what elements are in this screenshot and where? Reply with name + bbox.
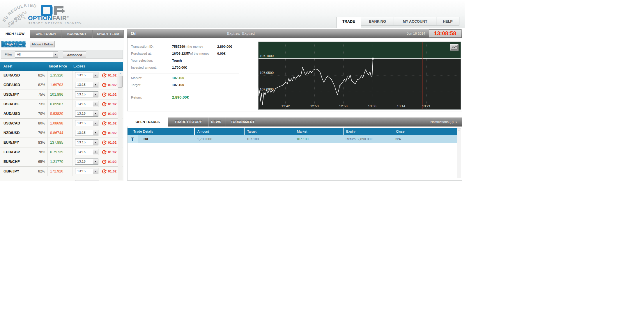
asset-target-price: 0.79739 xyxy=(50,147,63,157)
filter-select[interactable]: All ▼ xyxy=(15,51,58,58)
scroll-up-icon[interactable]: ▲ xyxy=(118,72,123,76)
tab-one-touch[interactable]: ONE TOUCH xyxy=(30,30,61,38)
tab-open-trades[interactable]: OPEN TRADES xyxy=(127,117,168,127)
countdown-timer: 01:02 xyxy=(108,128,116,138)
countdown-clock-icon xyxy=(102,111,107,117)
tab-short-term[interactable]: SHORT TERM xyxy=(93,30,124,38)
chevron-down-icon[interactable]: ▼ xyxy=(93,149,98,154)
return-label: Return: xyxy=(131,96,142,99)
trades-table-header: Trade Details Amount Target Market Expir… xyxy=(128,128,457,135)
nav-tab-my-account[interactable]: MY ACCOUNT xyxy=(394,17,436,26)
touch-trade-icon xyxy=(128,135,138,143)
expiry-select[interactable]: 13:15 ▼ xyxy=(75,168,98,174)
asset-row[interactable]: NZD/USD 79% 0.86744 13:15 ▼ 01:02 xyxy=(0,128,123,138)
countdown-clock-icon xyxy=(102,150,107,155)
chevron-down-icon[interactable]: ▼ xyxy=(93,101,98,106)
detail-label: Transaction ID: xyxy=(131,45,154,48)
column-asset: Asset xyxy=(3,62,12,71)
asset-row[interactable]: EUR/USD 82% 1.35320 13:15 ▼ 01:02 xyxy=(0,71,123,80)
column-divider xyxy=(72,71,73,176)
asset-list-scrollbar[interactable]: ▲ xyxy=(118,72,123,180)
countdown-clock-icon xyxy=(102,73,107,79)
expiry-select[interactable]: 13:15 ▼ xyxy=(75,72,98,78)
chart-type-toggle-button[interactable] xyxy=(450,44,459,51)
countdown-clock-icon xyxy=(102,140,107,146)
chevron-down-icon[interactable]: ▼ xyxy=(93,140,98,145)
expiry-select[interactable]: 13:15 ▼ xyxy=(75,111,98,117)
expiry-select[interactable]: 13:15 ▼ xyxy=(75,130,98,136)
line-chart-icon xyxy=(450,44,458,50)
tab-tournament[interactable]: TOURNAMENT xyxy=(226,117,259,127)
expiry-select[interactable]: 13:15 ▼ xyxy=(75,149,98,155)
expiry-select-value: 13:15 xyxy=(77,82,92,88)
expiry-select[interactable]: 13:15 ▼ xyxy=(75,120,98,126)
asset-row[interactable]: AUD/USD 70% 0.93820 13:15 ▼ 01:02 xyxy=(0,109,123,119)
chevron-down-icon[interactable]: ▼ xyxy=(93,159,98,164)
countdown-clock-icon xyxy=(102,102,107,107)
trade-asset: Oil xyxy=(144,135,148,143)
brand-wordmark: OPTIONFAIR® xyxy=(28,15,69,22)
chevron-down-icon[interactable]: ▼ xyxy=(93,82,98,87)
trade-market: 107.100 xyxy=(296,135,309,143)
tab-news[interactable]: NEWS xyxy=(208,117,224,127)
asset-row[interactable]: EUR/GBP 78% 0.79739 13:15 ▼ 01:02 xyxy=(0,147,123,157)
column-amount: Amount xyxy=(195,128,244,135)
trades-scrollbar[interactable]: ▲ xyxy=(457,128,461,178)
chevron-down-icon[interactable]: ▼ xyxy=(93,169,98,174)
countdown-timer: 01:02 xyxy=(108,71,116,80)
trade-header-bar: Oil Expires: Expired Jun 16 2014 13:08:5… xyxy=(127,29,462,38)
tab-trade-history[interactable]: TRADE HISTORY xyxy=(170,117,206,127)
asset-row[interactable]: EUR/CHF 65% 1.21770 13:15 ▼ 01:02 xyxy=(0,157,123,167)
detail-value: Touch xyxy=(172,59,182,62)
chevron-down-icon[interactable]: ▼ xyxy=(93,92,98,97)
asset-row[interactable]: GBP/USD 82% 1.69703 13:15 ▼ 01:02 xyxy=(0,80,123,90)
asset-target-price: 1.08698 xyxy=(50,119,63,128)
asset-row[interactable]: USD/JPY 75% 101.896 13:15 ▼ 01:02 xyxy=(0,90,123,99)
countdown-clock-icon xyxy=(102,83,107,88)
expiry-select-value: 13:15 xyxy=(77,92,92,97)
svg-text:12:42: 12:42 xyxy=(282,104,290,108)
column-target: Target xyxy=(245,128,294,135)
asset-row[interactable]: EUR/JPY 83% 137.885 13:15 ▼ 01:02 xyxy=(0,138,123,147)
expiry-select-value: 13:15 xyxy=(77,111,92,116)
chevron-down-icon[interactable]: ▼ xyxy=(53,52,58,57)
mode-button-high-low[interactable]: High / Low xyxy=(1,41,26,47)
nav-tab-banking[interactable]: BANKING xyxy=(361,17,394,26)
svg-text:107.0500: 107.0500 xyxy=(260,71,274,74)
return-value: 2,890.00€ xyxy=(172,95,189,99)
countdown-timer: 01:02 xyxy=(108,90,116,99)
asset-pair-label: GBP/JPY xyxy=(3,167,19,176)
asset-payout: 83% xyxy=(28,138,45,147)
expiry-select-value: 13:15 xyxy=(77,101,92,107)
target-label: Target: xyxy=(131,83,141,87)
asset-row[interactable]: GBP/JPY 82% 172.920 13:15 ▼ 01:02 xyxy=(0,167,123,176)
tab-boundary[interactable]: BOUNDARY xyxy=(61,30,93,38)
scroll-up-icon[interactable]: ▲ xyxy=(457,129,461,132)
expiry-select[interactable]: 13:15 ▼ xyxy=(75,82,98,88)
chevron-down-icon[interactable]: ▼ xyxy=(93,130,98,135)
nav-tab-trade[interactable]: TRADE xyxy=(336,17,361,28)
scrollbar-thumb[interactable] xyxy=(118,76,123,88)
mode-button-above-below[interactable]: Above / Below xyxy=(30,41,55,47)
countdown-timer: 01:02 xyxy=(108,80,116,90)
nav-tab-help[interactable]: HELP xyxy=(436,17,459,26)
expiry-select[interactable]: 13:15 ▼ xyxy=(75,158,98,165)
asset-pair-label: USD/JPY xyxy=(3,90,19,99)
tab-high-low[interactable]: HIGH / LOW xyxy=(0,30,30,38)
open-trade-row[interactable]: Oil 1,700.00€ 107.100 107.100 Return: 2,… xyxy=(128,135,457,143)
market-value: 107.100 xyxy=(172,76,184,80)
expiry-select[interactable]: 13:15 ▼ xyxy=(75,139,98,145)
countdown-timer: 01:02 xyxy=(108,99,116,109)
chevron-down-icon[interactable]: ▼ xyxy=(93,73,98,78)
expiry-select-value: 13:15 xyxy=(77,159,92,164)
column-expiry: Expiry xyxy=(344,128,393,135)
chevron-down-icon[interactable]: ▼ xyxy=(93,111,98,116)
expiry-select[interactable]: 13:15 ▼ xyxy=(75,101,98,107)
expiry-select[interactable]: 13:15 ▼ xyxy=(75,91,98,97)
chevron-down-icon[interactable]: ▼ xyxy=(93,121,98,126)
market-label: Market: xyxy=(131,76,142,80)
asset-row[interactable]: USD/CAD 80% 1.08698 13:15 ▼ 01:02 xyxy=(0,119,123,128)
asset-row[interactable]: USD/CHF 73% 0.89987 13:15 ▼ 01:02 xyxy=(0,99,123,109)
advanced-button[interactable]: Advanced xyxy=(63,51,86,58)
notifications-dropdown[interactable]: Notifications (0)▼ xyxy=(430,117,457,127)
